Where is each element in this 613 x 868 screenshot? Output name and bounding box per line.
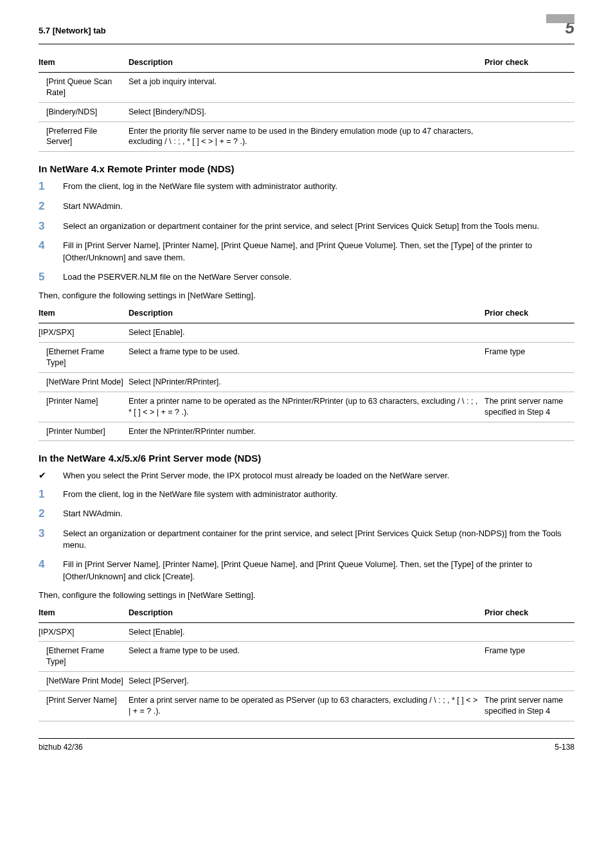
step-text: Start NWAdmin. bbox=[63, 201, 574, 213]
cell-item: [IPX/SPX] bbox=[39, 622, 129, 642]
cell-desc: Select [Enable]. bbox=[129, 323, 484, 343]
table-row: [NetWare Print Mode] Select [NPrinter/RP… bbox=[39, 372, 574, 392]
step-number: 2 bbox=[39, 508, 63, 520]
cell-prior bbox=[484, 622, 574, 642]
table-row: [Print Queue Scan Rate] Set a job inquir… bbox=[39, 72, 574, 102]
table-row: [Ethernet Frame Type] Select a frame typ… bbox=[39, 642, 574, 672]
step-number: 3 bbox=[39, 528, 63, 551]
cell-prior bbox=[484, 422, 574, 441]
step-number: 2 bbox=[39, 201, 63, 213]
cell-desc: Select a frame type to be used. bbox=[129, 343, 484, 373]
cell-item: [NetWare Print Mode] bbox=[39, 676, 123, 687]
cell-desc: Select [NPrinter/RPrinter]. bbox=[129, 372, 484, 392]
cell-desc: Enter a print server name to be operated… bbox=[129, 691, 484, 721]
cell-prior bbox=[484, 323, 574, 343]
step-text: Select an organization or department con… bbox=[63, 528, 574, 551]
col-description: Description bbox=[129, 53, 484, 72]
col-description: Description bbox=[129, 604, 484, 622]
table-row: [IPX/SPX] Select [Enable]. bbox=[39, 323, 574, 343]
step-text: From the client, log in the NetWare file… bbox=[63, 489, 574, 501]
page-header: 5.7 [Network] tab 5 bbox=[39, 19, 574, 44]
table-row: [IPX/SPX] Select [Enable]. bbox=[39, 622, 574, 642]
cell-desc: Set a job inquiry interval. bbox=[129, 72, 484, 102]
cell-prior: The print server name specified in Step … bbox=[484, 392, 574, 422]
step-text: Start NWAdmin. bbox=[63, 508, 574, 520]
cell-prior bbox=[484, 72, 574, 102]
cell-prior: The print server name specified in Step … bbox=[484, 691, 574, 721]
cell-prior bbox=[484, 122, 574, 152]
col-item: Item bbox=[39, 53, 129, 72]
cell-desc: Select [Bindery/NDS]. bbox=[129, 102, 484, 122]
cell-prior: Frame type bbox=[484, 343, 574, 373]
cell-item: [IPX/SPX] bbox=[39, 323, 129, 343]
col-item: Item bbox=[39, 604, 129, 622]
table-row: [Printer Name] Enter a printer name to b… bbox=[39, 392, 574, 422]
col-prior-check: Prior check bbox=[484, 53, 574, 72]
cell-item: [Ethernet Frame Type] bbox=[39, 347, 123, 368]
table-nds-remote: Item Description Prior check [IPX/SPX] S… bbox=[39, 304, 574, 441]
cell-prior: Frame type bbox=[484, 642, 574, 672]
section-a-after: Then, configure the following settings i… bbox=[39, 291, 574, 300]
check-note: ✔ When you select the Print Server mode,… bbox=[39, 470, 574, 482]
col-description: Description bbox=[129, 304, 484, 323]
cell-prior bbox=[484, 372, 574, 392]
table-bindery: Item Description Prior check [Print Queu… bbox=[39, 53, 574, 152]
cell-item: [NetWare Print Mode] bbox=[39, 377, 123, 388]
cell-desc: Select a frame type to be used. bbox=[129, 642, 484, 672]
cell-desc: Enter the NPrinter/RPrinter number. bbox=[129, 422, 484, 441]
check-icon: ✔ bbox=[39, 470, 63, 482]
cell-desc: Enter a printer name to be operated as t… bbox=[129, 392, 484, 422]
cell-desc: Enter the priority file server name to b… bbox=[129, 122, 484, 152]
cell-prior bbox=[484, 102, 574, 122]
step-number: 3 bbox=[39, 221, 63, 233]
col-item: Item bbox=[39, 304, 129, 323]
steps-list-a: 1From the client, log in the NetWare fil… bbox=[39, 181, 574, 283]
step-number: 1 bbox=[39, 181, 63, 193]
cell-desc: Select [PServer]. bbox=[129, 672, 484, 691]
table-row: [Bindery/NDS] Select [Bindery/NDS]. bbox=[39, 102, 574, 122]
cell-item: [Printer Name] bbox=[39, 396, 98, 407]
col-prior-check: Prior check bbox=[484, 604, 574, 622]
step-text: Fill in [Print Server Name], [Printer Na… bbox=[63, 240, 574, 263]
table-row: [Preferred File Server] Enter the priori… bbox=[39, 122, 574, 152]
table-nds-pserver: Item Description Prior check [IPX/SPX] S… bbox=[39, 604, 574, 721]
cell-item: [Printer Number] bbox=[39, 426, 105, 437]
table-row: [Ethernet Frame Type] Select a frame typ… bbox=[39, 343, 574, 373]
footer-left: bizhub 42/36 bbox=[39, 743, 83, 752]
cell-item: [Print Queue Scan Rate] bbox=[39, 77, 123, 98]
table-row: [NetWare Print Mode] Select [PServer]. bbox=[39, 672, 574, 691]
cell-item: [Preferred File Server] bbox=[39, 126, 123, 148]
section-b-after: Then, configure the following settings i… bbox=[39, 590, 574, 600]
cell-desc: Select [Enable]. bbox=[129, 622, 484, 642]
step-number: 4 bbox=[39, 559, 63, 582]
page-footer: bizhub 42/36 5-138 bbox=[39, 738, 574, 752]
section-title-nds-pserver: In the NetWare 4.x/5.x/6 Print Server mo… bbox=[39, 453, 574, 464]
step-text: Fill in [Print Server Name], [Printer Na… bbox=[63, 559, 574, 582]
cell-item: [Bindery/NDS] bbox=[39, 107, 97, 118]
step-text: From the client, log in the NetWare file… bbox=[63, 181, 574, 193]
header-page-marker: 5 bbox=[536, 19, 574, 41]
check-text: When you select the Print Server mode, t… bbox=[63, 470, 574, 482]
table-row: [Printer Number] Enter the NPrinter/RPri… bbox=[39, 422, 574, 441]
cell-prior bbox=[484, 672, 574, 691]
header-shade bbox=[546, 14, 574, 23]
section-title-nds-remote: In NetWare 4.x Remote Printer mode (NDS) bbox=[39, 163, 574, 174]
steps-list-b: 1From the client, log in the NetWare fil… bbox=[39, 489, 574, 583]
footer-right: 5-138 bbox=[555, 743, 574, 752]
step-number: 4 bbox=[39, 240, 63, 263]
cell-item: [Print Server Name] bbox=[39, 695, 117, 706]
table-row: [Print Server Name] Enter a print server… bbox=[39, 691, 574, 721]
cell-item: [Ethernet Frame Type] bbox=[39, 646, 123, 667]
col-prior-check: Prior check bbox=[484, 304, 574, 323]
step-number: 5 bbox=[39, 271, 63, 284]
step-text: Load the PSERVER.NLM file on the NetWare… bbox=[63, 271, 574, 284]
step-number: 1 bbox=[39, 489, 63, 501]
step-text: Select an organization or department con… bbox=[63, 221, 574, 233]
header-left-text: 5.7 [Network] tab bbox=[39, 26, 106, 35]
